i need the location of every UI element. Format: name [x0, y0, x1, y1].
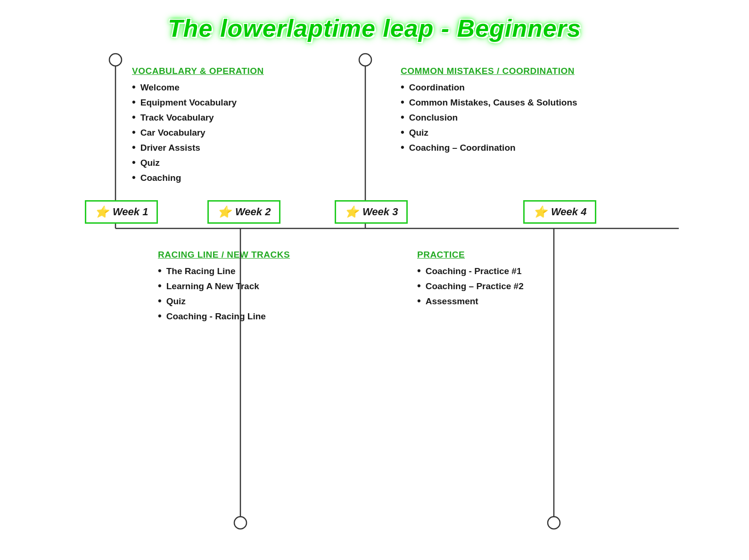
- mistakes-item-5: Coaching – Coordination: [401, 141, 721, 154]
- mistakes-title: COMMON MISTAKES / COORDINATION: [401, 66, 721, 76]
- week1-star-icon: ⭐: [95, 205, 109, 219]
- mistakes-section: COMMON MISTAKES / COORDINATION Coordinat…: [278, 66, 721, 198]
- mistakes-item-2: Common Mistakes, Causes & Solutions: [401, 96, 721, 108]
- vocab-item-6: Quiz: [132, 156, 278, 169]
- racing-list: The Racing Line Learning A New Track Qui…: [158, 265, 365, 322]
- vocab-item-1: Welcome: [132, 81, 278, 93]
- week2-star-icon: ⭐: [217, 205, 231, 219]
- svg-point-6: [234, 517, 247, 529]
- week4-star-icon: ⭐: [533, 205, 547, 219]
- practice-title: PRACTICE: [417, 250, 721, 260]
- practice-item-3: Assessment: [417, 295, 721, 307]
- racing-title: RACING LINE / NEW TRACKS: [158, 250, 365, 260]
- vocab-item-2: Equipment Vocabulary: [132, 96, 278, 108]
- week3-badge[interactable]: ⭐ Week 3: [335, 200, 408, 224]
- page-title: The lowerlaptime leap - Beginners: [0, 0, 749, 47]
- mistakes-list: Coordination Common Mistakes, Causes & S…: [401, 81, 721, 154]
- practice-item-1: Coaching - Practice #1: [417, 265, 721, 277]
- mistakes-item-3: Conclusion: [401, 111, 721, 123]
- vocab-item-7: Coaching: [132, 171, 278, 184]
- practice-section: PRACTICE Coaching - Practice #1 Coaching…: [365, 250, 721, 429]
- practice-list: Coaching - Practice #1 Coaching – Practi…: [417, 265, 721, 307]
- racing-item-1: The Racing Line: [158, 265, 365, 277]
- racing-item-3: Quiz: [158, 295, 365, 307]
- vocab-list: Welcome Equipment Vocabulary Track Vocab…: [132, 81, 278, 184]
- racing-section: RACING LINE / NEW TRACKS The Racing Line…: [153, 250, 365, 429]
- vocab-item-3: Track Vocabulary: [132, 111, 278, 123]
- week4-badge[interactable]: ⭐ Week 4: [523, 200, 596, 224]
- svg-point-8: [548, 517, 560, 529]
- week2-badge[interactable]: ⭐ Week 2: [207, 200, 280, 224]
- racing-item-4: Coaching - Racing Line: [158, 310, 365, 322]
- mistakes-item-4: Quiz: [401, 126, 721, 138]
- practice-item-2: Coaching – Practice #2: [417, 280, 721, 292]
- week1-badge[interactable]: ⭐ Week 1: [85, 200, 158, 224]
- mistakes-item-1: Coordination: [401, 81, 721, 93]
- week3-star-icon: ⭐: [345, 205, 359, 219]
- vocab-section: VOCABULARY & OPERATION Welcome Equipment…: [28, 66, 278, 198]
- vocab-item-4: Car Vocabulary: [132, 126, 278, 138]
- vocab-item-5: Driver Assists: [132, 141, 278, 154]
- racing-item-2: Learning A New Track: [158, 280, 365, 292]
- vocab-title: VOCABULARY & OPERATION: [132, 66, 278, 76]
